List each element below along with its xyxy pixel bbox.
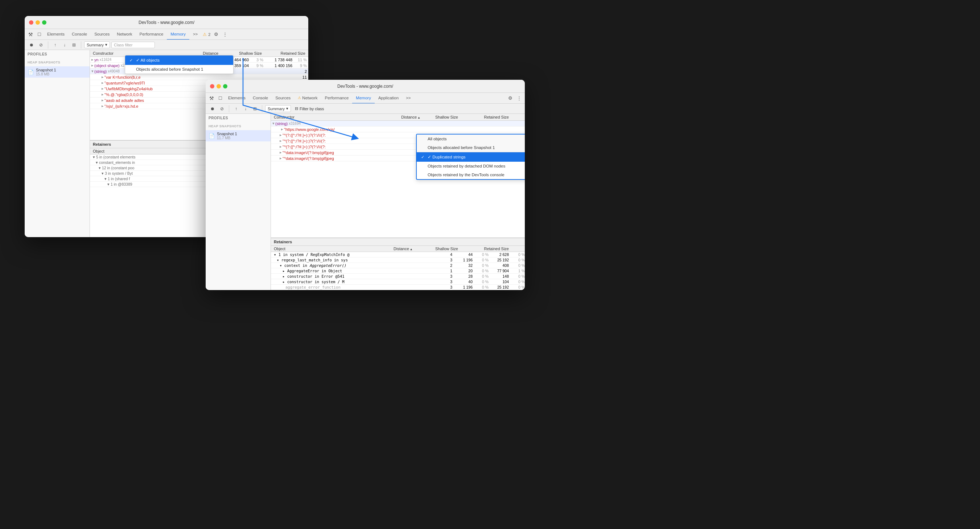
upload-btn-1[interactable]: ↑ [51, 41, 59, 49]
window-title-2: DevTools - www.google.com/ [337, 84, 393, 89]
filter-dropdown-2: All objects Objects allocated before Sna… [416, 134, 525, 180]
dropdown-all-objects-1[interactable]: ✓ ✓ All objects [125, 56, 233, 65]
sep-2 [81, 41, 81, 49]
maximize-btn-2[interactable] [223, 84, 228, 89]
snapshot-icon-2: 📄 [208, 133, 215, 139]
record-btn-2[interactable]: ⏺ [208, 105, 216, 113]
ret2-row-7[interactable]: aggregate_error_function 3 1 196 0 % 25 … [271, 284, 525, 290]
toggle-object-shape[interactable]: ▸ [91, 63, 94, 68]
minimize-btn-1[interactable] [35, 20, 40, 25]
snapshot-info-2: Snapshot 1 11.7 MB [217, 132, 237, 140]
toggle-yn[interactable]: ▸ [91, 57, 94, 62]
close-btn-2[interactable] [210, 84, 214, 89]
col-shallow-header-2: Shallow Size [423, 115, 460, 119]
tab-elements-2[interactable]: Elements [224, 93, 249, 104]
ret2-row-4[interactable]: ▸ AggregateError in Object 1 20 0 % 77 9… [271, 268, 525, 274]
string-row-1[interactable]: ▸ "var K=function(b,r,e 11 [90, 74, 308, 80]
devtools-window-2: DevTools - www.google.com/ ⚒ ☐ Elements … [206, 80, 525, 290]
summary-dropdown-2[interactable]: Summary ▾ [265, 105, 291, 112]
tab-elements-1[interactable]: Elements [43, 29, 68, 40]
window-controls-2 [210, 84, 228, 89]
network-warning-icon: ⚠ [298, 96, 301, 100]
download-btn-1[interactable]: ↓ [60, 41, 68, 49]
filter-icon: ⊟ [295, 106, 298, 111]
ret2-row-6[interactable]: ▸ constructor in system / M 3 40 0 % 104… [271, 279, 525, 284]
devtools-body-2: Profiles HEAP SNAPSHOTS 📄 Snapshot 1 11.… [206, 114, 525, 290]
tab-performance-1[interactable]: Performance [136, 29, 167, 40]
col-constructor-header-2: Constructor [271, 115, 394, 119]
settings-icon-1[interactable]: ⚙ [212, 30, 221, 39]
titlebar-1: DevTools - www.google.com/ [25, 16, 308, 29]
str-row-2-1[interactable]: ▸ "https://www.google.com/xjs/ [271, 127, 525, 132]
summary-dropdown-1[interactable]: Summary ▾ [84, 41, 110, 48]
retainers-table-header-2: Object Distance▲ Shallow Size Retained S… [271, 246, 525, 252]
tab-application-2[interactable]: Application [375, 93, 402, 104]
maximize-btn-1[interactable] [42, 20, 46, 25]
stop-btn-2[interactable]: ⊘ [218, 105, 226, 113]
close-btn-1[interactable] [29, 20, 33, 25]
filter-devtools-console[interactable]: Objects retained by the DevTools console [417, 170, 525, 179]
sidebar-1: Profiles HEAP SNAPSHOTS 📄 Snapshot 1 15.… [25, 50, 90, 237]
dropdown-overlay-1: ✓ ✓ All objects Objects allocated before… [125, 55, 234, 74]
heap-snapshots-header-1: HEAP SNAPSHOTS [25, 58, 89, 66]
col-retained-header-1: Retained Size [265, 51, 308, 56]
filter-by-class-btn[interactable]: ⊟ Filter by class [292, 105, 326, 112]
tab-network-2[interactable]: ⚠ Network [294, 93, 321, 104]
tab-more-2[interactable]: >> [402, 93, 414, 104]
devtools-icon-2: ⚒ [207, 94, 216, 103]
check-duplicated: ✓ [421, 155, 425, 159]
dropdown-before-snapshot-1[interactable]: Objects allocated before Snapshot 1 [125, 65, 233, 74]
tab-console-2[interactable]: Console [249, 93, 272, 104]
more-icon-1[interactable]: ⋮ [221, 30, 229, 39]
toggle-string[interactable]: ▾ [91, 69, 94, 74]
content-area-2: Constructor Distance▲ Shallow Size Retai… [271, 114, 525, 290]
filter-before-snapshot[interactable]: Objects allocated before Snapshot 1 [417, 143, 525, 152]
ret2-row-2[interactable]: ▾ regexp_last_match_info in sys 3 1 196 … [271, 257, 525, 263]
snapshot-1-item-1[interactable]: 📄 Snapshot 1 15.8 MB [25, 66, 89, 78]
warning-icon-1: ⚠ [203, 32, 207, 37]
col-retained-header-2: Retained Size [474, 115, 510, 119]
ret2-row-3[interactable]: ▾ context in AggregateError() 2 32 0 % 4… [271, 263, 525, 268]
capture-btn-2[interactable]: ⊞ [251, 105, 259, 113]
tab-memory-2[interactable]: Memory [352, 93, 375, 104]
tab-bar-1: ⚒ ☐ Elements Console Sources Network Per… [25, 29, 308, 40]
capture-btn-1[interactable]: ⊞ [70, 41, 78, 49]
stop-btn-1[interactable]: ⊘ [37, 41, 45, 49]
tab-memory-1[interactable]: Memory [167, 29, 189, 40]
more-icon-2[interactable]: ⋮ [515, 94, 523, 103]
warning-count-1: 2 [208, 32, 210, 37]
profiles-header-1: Profiles [25, 50, 89, 58]
tab-network-1[interactable]: Network [113, 29, 136, 40]
retainers-body-2: ▾ 1 in system / RegExpMatchInfo @ 4 44 0… [271, 252, 525, 290]
window-controls-1 [29, 20, 46, 25]
filter-all-objects[interactable]: All objects [417, 135, 525, 143]
tab-performance-2[interactable]: Performance [321, 93, 353, 104]
retainers-header-2: Retainers [271, 237, 525, 246]
snapshot-info-1: Snapshot 1 15.8 MB [36, 68, 56, 76]
string-section-header[interactable]: ▾ (string) x31694 [271, 121, 525, 127]
snapshot-1-item-2[interactable]: 📄 Snapshot 1 11.7 MB [206, 130, 270, 141]
window-title-1: DevTools - www.google.com/ [138, 20, 194, 25]
tab-sources-1[interactable]: Sources [91, 29, 113, 40]
mobile-icon-1: ☐ [35, 30, 43, 39]
toggle-str-1[interactable]: ▸ [102, 75, 104, 79]
summary-label-1: Summary [87, 43, 104, 47]
ret2-row-1[interactable]: ▾ 1 in system / RegExpMatchInfo @ 4 44 0… [271, 252, 525, 257]
tab-more-1[interactable]: >> [189, 29, 201, 40]
snapshot-icon-1: 📄 [27, 69, 34, 75]
settings-icon-2[interactable]: ⚙ [506, 94, 515, 103]
record-btn-1[interactable]: ⏺ [27, 41, 35, 49]
class-filter-1[interactable]: Class filter [111, 42, 155, 48]
filter-bottom-section: ✓ ✓ Duplicated strings Objects retained … [417, 152, 525, 179]
filter-duplicated-strings[interactable]: ✓ ✓ Duplicated strings [417, 152, 525, 162]
profiles-header-2: Profiles [206, 114, 270, 122]
filter-detached-dom[interactable]: Objects retained by detached DOM nodes [417, 162, 525, 170]
tab-sources-2[interactable]: Sources [272, 93, 294, 104]
ret2-row-5[interactable]: ▸ constructor in Error @541 3 28 0 % 148… [271, 274, 525, 279]
minimize-btn-2[interactable] [216, 84, 221, 89]
table-header-2: Constructor Distance▲ Shallow Size Retai… [271, 114, 525, 121]
download-btn-2[interactable]: ↓ [242, 105, 250, 113]
upload-btn-2[interactable]: ↑ [232, 105, 240, 113]
tab-console-1[interactable]: Console [68, 29, 91, 40]
col-distance-header-2: Distance▲ [394, 115, 423, 119]
